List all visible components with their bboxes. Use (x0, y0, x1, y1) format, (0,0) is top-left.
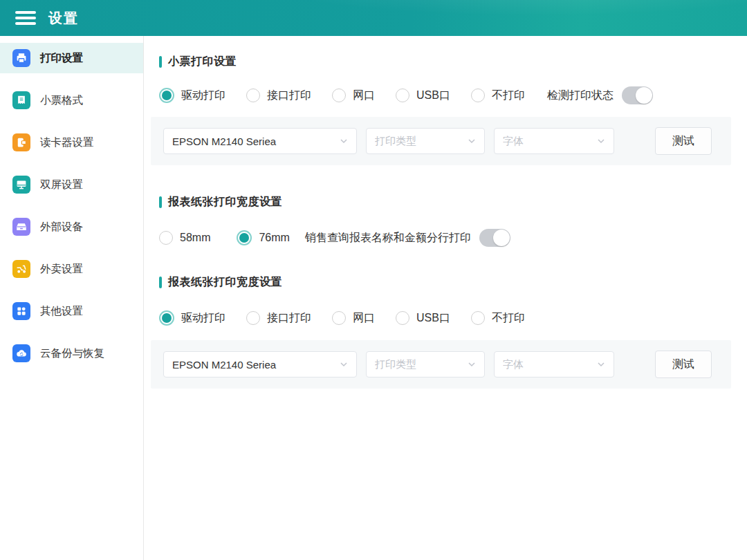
radio-driver-print[interactable]: 驱动打印 (159, 310, 225, 326)
radio-circle (471, 311, 485, 325)
sidebar-item-label: 打印设置 (40, 51, 83, 66)
print-type-select[interactable]: 打印类型 (366, 128, 485, 154)
app-header: 设置 (0, 0, 747, 36)
report-printer-config-row: EPSON M2140 Seriea 打印类型 字体 测试 (151, 340, 731, 389)
print-status-label: 检测打印状态 (547, 88, 614, 103)
title-accent-bar (159, 56, 162, 68)
sidebar-item-label: 小票格式 (40, 93, 83, 108)
font-select[interactable]: 字体 (494, 351, 614, 377)
sidebar-item-print-settings[interactable]: 打印设置 (0, 43, 143, 73)
radio-circle (246, 311, 260, 325)
radio-circle (471, 88, 485, 102)
split-line-print-toggle[interactable] (479, 229, 510, 247)
chevron-down-icon (340, 360, 348, 368)
sidebar-item-label: 双屏设置 (40, 178, 83, 192)
radio-interface-print[interactable]: 接口打印 (246, 311, 311, 326)
radio-circle (332, 88, 346, 102)
sidebar-item-receipt-format[interactable]: 小票格式 (0, 85, 143, 115)
radio-circle (332, 311, 346, 325)
card-reader-icon (12, 133, 30, 151)
radio-76mm[interactable]: 76mm (237, 230, 289, 245)
printer-icon (12, 49, 30, 67)
printer-select[interactable]: EPSON M2140 Seriea (163, 128, 357, 154)
chevron-down-icon (468, 360, 476, 368)
section-title-receipt-print: 小票打印设置 (159, 55, 731, 69)
radio-circle (246, 88, 260, 102)
external-device-icon (12, 218, 30, 236)
radio-driver-print[interactable]: 驱动打印 (159, 88, 225, 103)
radio-no-print[interactable]: 不打印 (471, 311, 525, 326)
sidebar-item-label: 云备份与恢复 (40, 346, 104, 361)
radio-circle (159, 231, 173, 245)
split-line-print-label: 销售查询报表名称和金额分行打印 (305, 231, 471, 245)
title-accent-bar (159, 196, 162, 208)
sidebar-item-takeout-settings[interactable]: 外卖设置 (0, 254, 143, 284)
settings-sidebar: 打印设置 小票格式 读卡器设置 (0, 36, 144, 560)
chevron-down-icon (340, 137, 348, 145)
section-title-report-print: 报表纸张打印宽度设置 (159, 275, 731, 290)
radio-circle (159, 310, 174, 326)
receipt-icon (12, 91, 30, 109)
hamburger-menu-icon[interactable] (15, 8, 36, 28)
dual-screen-icon (12, 176, 30, 194)
sidebar-item-cloud-backup[interactable]: 云备份与恢复 (0, 338, 143, 368)
radio-network-port[interactable]: 网口 (332, 311, 375, 326)
test-print-button[interactable]: 测试 (655, 351, 712, 378)
sidebar-item-external-devices[interactable]: 外部设备 (0, 212, 143, 242)
sidebar-item-label: 读卡器设置 (40, 136, 94, 150)
settings-content: 小票打印设置 驱动打印 接口打印 网口 USB口 不打印 (144, 36, 747, 560)
sidebar-item-dual-screen[interactable]: 双屏设置 (0, 169, 143, 200)
radio-58mm[interactable]: 58mm (159, 231, 210, 245)
sidebar-item-label: 其他设置 (40, 304, 83, 319)
receipt-print-mode-radios: 驱动打印 接口打印 网口 USB口 不打印 检测打印状态 (159, 86, 731, 105)
sidebar-item-label: 外部设备 (40, 220, 83, 234)
radio-circle (159, 88, 174, 103)
radio-network-port[interactable]: 网口 (332, 88, 375, 103)
radio-interface-print[interactable]: 接口打印 (246, 88, 311, 103)
sidebar-item-label: 外卖设置 (40, 262, 83, 277)
sidebar-item-card-reader[interactable]: 读卡器设置 (0, 127, 143, 158)
chevron-down-icon (597, 137, 605, 145)
chevron-down-icon (468, 137, 476, 145)
report-width-radios: 58mm 76mm 销售查询报表名称和金额分行打印 (159, 228, 731, 248)
font-select[interactable]: 字体 (494, 128, 614, 154)
report-print-mode-radios: 驱动打印 接口打印 网口 USB口 不打印 (159, 308, 731, 328)
radio-circle (237, 230, 252, 245)
print-status-toggle[interactable] (622, 86, 653, 104)
takeout-icon (12, 260, 30, 278)
radio-circle (396, 311, 409, 325)
receipt-printer-config-row: EPSON M2140 Seriea 打印类型 字体 测试 (151, 117, 731, 165)
radio-no-print[interactable]: 不打印 (471, 88, 525, 103)
section-title-report-width: 报表纸张打印宽度设置 (159, 195, 731, 209)
radio-circle (396, 88, 409, 102)
test-print-button[interactable]: 测试 (655, 127, 712, 155)
grid-icon (12, 302, 30, 320)
print-type-select[interactable]: 打印类型 (366, 351, 485, 377)
radio-usb-port[interactable]: USB口 (396, 311, 450, 326)
chevron-down-icon (597, 360, 605, 368)
title-accent-bar (159, 277, 162, 288)
printer-select[interactable]: EPSON M2140 Seriea (163, 351, 357, 377)
radio-usb-port[interactable]: USB口 (396, 88, 450, 103)
sidebar-item-other-settings[interactable]: 其他设置 (0, 296, 143, 326)
cloud-backup-icon (12, 344, 30, 362)
page-title: 设置 (48, 9, 79, 28)
